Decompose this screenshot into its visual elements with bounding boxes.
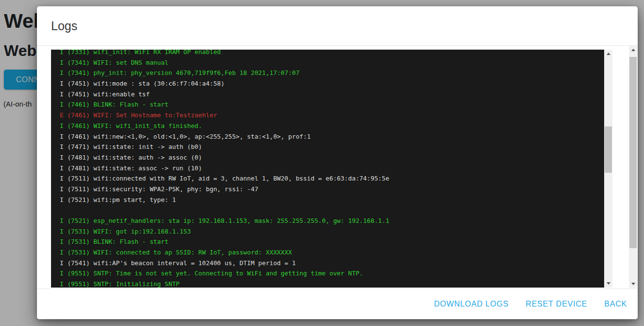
log-line: [60, 205, 604, 216]
dialog-scroll-down-button[interactable]: [629, 280, 637, 288]
log-console-content: I (7331) wifi_init: WiFi RX IRAM OP enab…: [60, 50, 604, 288]
log-line: E (7461) WIFI: Set Hostname to:Testzaehl…: [60, 110, 604, 121]
dialog-content-scrollbar[interactable]: [629, 46, 637, 288]
log-line: I (7531) WIFI: got ip:192.168.1.153: [60, 226, 604, 237]
log-line: I (7541) wifi:AP's beacon interval = 102…: [60, 258, 604, 269]
download-logs-button[interactable]: DOWNLOAD LOGS: [434, 300, 509, 308]
viewport: Web Web CONNECT (AI-on-th Logs I (7331) …: [0, 0, 644, 326]
dialog-scroll-up-button[interactable]: [629, 46, 637, 54]
log-line: I (7471) wifi:state: init -> auth (b0): [60, 142, 604, 152]
down-arrow-icon: [607, 282, 610, 285]
log-line: I (7341) phy_init: phy_version 4670,719f…: [60, 68, 604, 78]
down-arrow-icon: [631, 283, 635, 285]
log-line: I (7341) WIFI: set DNS manual: [60, 57, 604, 68]
logs-dialog: Logs I (7331) wifi_init: WiFi RX IRAM OP…: [37, 6, 638, 319]
dialog-footer: DOWNLOAD LOGSRESET DEVICEBACK: [37, 289, 638, 319]
console-scroll-up-button[interactable]: [604, 50, 612, 58]
dialog-body: I (7331) wifi_init: WiFi RX IRAM OP enab…: [37, 46, 638, 289]
log-line: I (7461) BLINK: Flash - start: [60, 99, 604, 110]
console-scrollbar-thumb[interactable]: [605, 127, 612, 173]
back-button[interactable]: BACK: [604, 300, 627, 308]
log-line: I (7451) wifi:enable tsf: [60, 89, 604, 100]
up-arrow-icon: [631, 49, 635, 51]
log-line: I (7481) wifi:state: assoc -> run (10): [60, 163, 604, 174]
log-line: I (7511) wifi:connected with RW IoT, aid…: [60, 173, 604, 184]
console-scrollbar[interactable]: [604, 50, 612, 288]
log-line: I (7481) wifi:state: auth -> assoc (0): [60, 152, 604, 163]
dialog-header: Logs: [37, 6, 638, 46]
log-line: I (7461) wifi:new:<1,0>, old:<1,0>, ap:<…: [60, 131, 604, 142]
console-scroll-down-button[interactable]: [604, 279, 612, 288]
dialog-scrollbar-thumb[interactable]: [629, 57, 637, 248]
dialog-title: Logs: [51, 19, 77, 33]
reset-device-button[interactable]: RESET DEVICE: [526, 300, 588, 308]
log-line: I (7531) WIFI: connected to ap SSID: RW …: [60, 247, 604, 258]
up-arrow-icon: [607, 53, 610, 55]
log-line: I (9551) SNTP: Time is not set yet. Conn…: [60, 268, 604, 279]
log-line: I (7451) wifi:mode : sta (30:c6:f7:04:a4…: [60, 78, 604, 89]
log-line: I (7461) WIFI: wifi_init_sta finished.: [60, 121, 604, 131]
log-line: I (7511) wifi:security: WPA2-PSK, phy: b…: [60, 184, 604, 195]
log-console[interactable]: I (7331) wifi_init: WiFi RX IRAM OP enab…: [51, 50, 612, 288]
log-line: I (7521) wifi:pm start, type: 1: [60, 195, 604, 205]
log-line: I (7521) esp_netif_handlers: sta ip: 192…: [60, 216, 604, 226]
log-line: I (9551) SNTP: Initializing SNTP: [60, 279, 604, 288]
log-line: I (7331) wifi_init: WiFi RX IRAM OP enab…: [60, 50, 604, 57]
log-line: I (7531) BLINK: Flash - start: [60, 236, 604, 247]
